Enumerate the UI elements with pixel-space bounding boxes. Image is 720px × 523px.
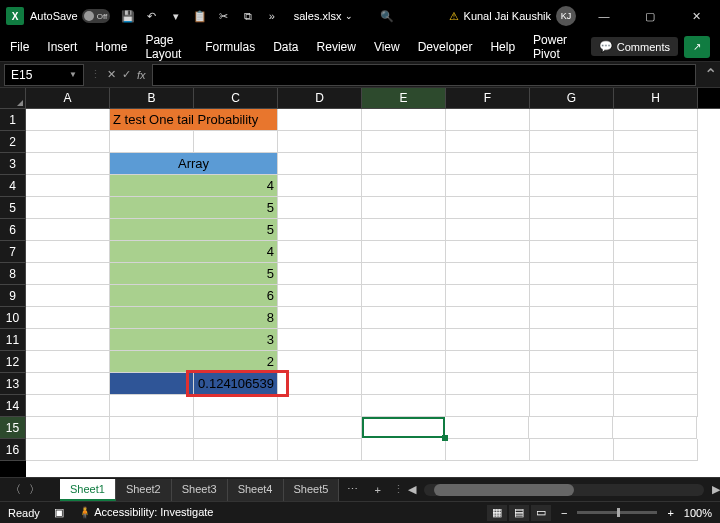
cell[interactable]: [614, 307, 698, 329]
cell[interactable]: Z test One tail Probability: [110, 109, 278, 131]
prev-sheet-icon[interactable]: 〈: [10, 482, 21, 497]
sheet-tab[interactable]: Sheet4: [228, 479, 284, 501]
cell[interactable]: [446, 241, 530, 263]
cell[interactable]: [110, 417, 194, 439]
cell[interactable]: [446, 197, 530, 219]
cell[interactable]: [530, 285, 614, 307]
cell[interactable]: [446, 351, 530, 373]
cell[interactable]: [530, 219, 614, 241]
cell[interactable]: [362, 175, 446, 197]
cell[interactable]: 4: [110, 241, 278, 263]
redo-dropdown-icon[interactable]: ▾: [168, 8, 184, 24]
cell[interactable]: [26, 329, 110, 351]
col-header[interactable]: H: [614, 88, 698, 108]
cell[interactable]: [278, 417, 362, 439]
scroll-right-icon[interactable]: ▶: [712, 483, 720, 496]
cell[interactable]: [278, 197, 362, 219]
cell[interactable]: [26, 175, 110, 197]
cell[interactable]: [446, 109, 530, 131]
cell[interactable]: 2: [110, 351, 278, 373]
row-header[interactable]: 9: [0, 285, 26, 307]
cell[interactable]: [26, 307, 110, 329]
row-header[interactable]: 12: [0, 351, 26, 373]
cell[interactable]: [278, 241, 362, 263]
page-break-view-icon[interactable]: ▭: [531, 505, 551, 521]
row-header[interactable]: 7: [0, 241, 26, 263]
zoom-out-icon[interactable]: −: [561, 507, 567, 519]
cell[interactable]: 0.124106539: [194, 373, 278, 395]
zoom-level[interactable]: 100%: [684, 507, 712, 519]
maximize-button[interactable]: ▢: [632, 2, 668, 30]
fx-icon[interactable]: fx: [137, 69, 146, 81]
cell[interactable]: [362, 307, 446, 329]
cell[interactable]: [362, 109, 446, 131]
cell[interactable]: [26, 197, 110, 219]
cell[interactable]: 5: [110, 197, 278, 219]
undo-icon[interactable]: ↶: [144, 8, 160, 24]
cell[interactable]: [530, 263, 614, 285]
row-header[interactable]: 8: [0, 263, 26, 285]
cell[interactable]: [613, 417, 697, 439]
cell[interactable]: [614, 373, 698, 395]
cell[interactable]: [194, 417, 278, 439]
search-icon[interactable]: 🔍: [379, 8, 395, 24]
sheet-tab[interactable]: Sheet5: [284, 479, 340, 501]
cell[interactable]: [614, 241, 698, 263]
cell[interactable]: [362, 263, 446, 285]
cell[interactable]: [362, 197, 446, 219]
cell[interactable]: [530, 351, 614, 373]
cell[interactable]: [530, 197, 614, 219]
cell[interactable]: [362, 439, 446, 461]
cell[interactable]: [278, 175, 362, 197]
cell[interactable]: [278, 329, 362, 351]
cell-selected[interactable]: [362, 417, 445, 438]
cell[interactable]: [614, 329, 698, 351]
cell[interactable]: [26, 373, 110, 395]
toggle-switch[interactable]: Off: [82, 9, 110, 23]
cell[interactable]: [278, 351, 362, 373]
expand-formula-bar-icon[interactable]: ⌃: [700, 65, 720, 84]
col-header[interactable]: F: [446, 88, 530, 108]
cell[interactable]: [26, 219, 110, 241]
formula-input[interactable]: [152, 64, 696, 86]
cell[interactable]: [362, 131, 446, 153]
filename[interactable]: sales.xlsx ⌄: [294, 10, 354, 22]
row-header[interactable]: 10: [0, 307, 26, 329]
cell[interactable]: [530, 373, 614, 395]
cell[interactable]: [614, 285, 698, 307]
col-header[interactable]: D: [278, 88, 362, 108]
cell[interactable]: [278, 263, 362, 285]
autosave-toggle[interactable]: AutoSave Off: [30, 9, 110, 23]
cell[interactable]: [194, 131, 278, 153]
cell[interactable]: [110, 439, 194, 461]
cell[interactable]: [614, 439, 698, 461]
row-header[interactable]: 3: [0, 153, 26, 175]
cell[interactable]: 6: [110, 285, 278, 307]
cell[interactable]: 8: [110, 307, 278, 329]
cell[interactable]: [614, 131, 698, 153]
cell[interactable]: [614, 219, 698, 241]
cell[interactable]: [362, 351, 446, 373]
cell[interactable]: [614, 197, 698, 219]
horizontal-scrollbar[interactable]: [424, 484, 704, 496]
cell[interactable]: [445, 417, 529, 439]
cell[interactable]: [530, 329, 614, 351]
col-header[interactable]: G: [530, 88, 614, 108]
cell[interactable]: [278, 109, 362, 131]
cell[interactable]: [614, 109, 698, 131]
cell[interactable]: [278, 439, 362, 461]
cell[interactable]: [278, 131, 362, 153]
cell[interactable]: [529, 417, 613, 439]
cell[interactable]: [446, 175, 530, 197]
cell[interactable]: [26, 131, 110, 153]
cell[interactable]: 5: [110, 263, 278, 285]
cell[interactable]: [530, 131, 614, 153]
cell[interactable]: [530, 175, 614, 197]
save-icon[interactable]: 💾: [120, 8, 136, 24]
cell[interactable]: [26, 395, 110, 417]
cell[interactable]: [278, 153, 362, 175]
cell[interactable]: [446, 219, 530, 241]
macro-record-icon[interactable]: ▣: [54, 506, 64, 519]
tab-review[interactable]: Review: [317, 40, 356, 54]
tab-developer[interactable]: Developer: [418, 40, 473, 54]
